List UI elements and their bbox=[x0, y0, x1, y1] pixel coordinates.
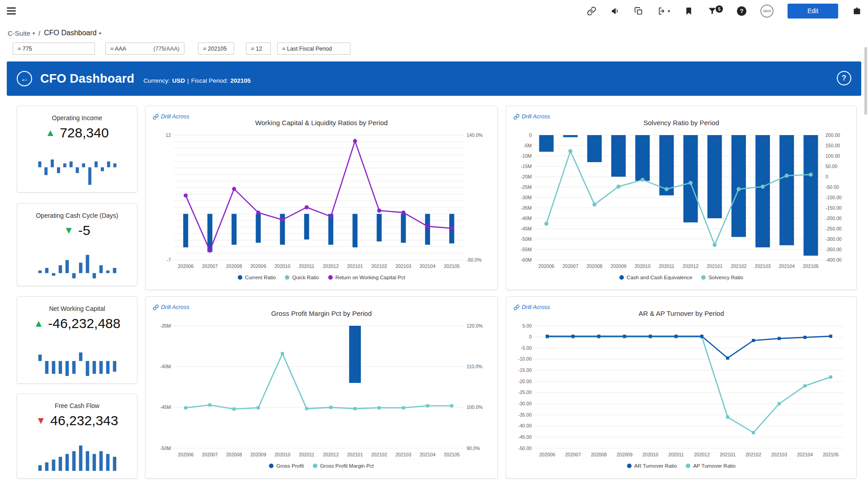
svg-text:-7: -7 bbox=[167, 257, 171, 263]
legend-item[interactable]: AP Turnover Ratio bbox=[686, 463, 736, 469]
svg-text:202006: 202006 bbox=[178, 452, 193, 457]
filters-button[interactable]: 5 bbox=[708, 6, 723, 16]
svg-text:140.0%: 140.0% bbox=[467, 132, 483, 138]
drill-across-link[interactable]: Drill Across bbox=[514, 304, 550, 310]
export-button[interactable]: ▾ bbox=[657, 6, 670, 16]
filter-chip-hint: (775/AAA) bbox=[147, 46, 179, 52]
drill-across-link[interactable]: Drill Across bbox=[153, 113, 189, 120]
svg-text:110.0%: 110.0% bbox=[467, 364, 482, 369]
svg-text:0: 0 bbox=[529, 334, 532, 339]
kpi-title: Free Cash Flow bbox=[55, 402, 99, 409]
svg-text:202009: 202009 bbox=[617, 452, 632, 457]
bookmark-button[interactable] bbox=[684, 6, 693, 16]
banner-help-button[interactable]: ? bbox=[837, 71, 851, 85]
svg-text:202011: 202011 bbox=[668, 452, 684, 457]
filter-chip[interactable]: = 202105 bbox=[198, 42, 234, 55]
legend-item[interactable]: AR Turnover Ratio bbox=[627, 463, 677, 469]
chart-canvas[interactable]: 0-5M-10M-15M-20M-25M-30M-35M-40M-45M-50M… bbox=[512, 131, 852, 272]
panel-header: Drill Across AR & AP Turnover by Period bbox=[512, 301, 851, 321]
legend-item[interactable]: Quick Ratio bbox=[285, 275, 319, 280]
breadcrumb-parent[interactable]: C-Suite ▾ bbox=[8, 29, 35, 37]
legend-item[interactable]: Cash and Cash Equivalence bbox=[619, 275, 692, 280]
svg-text:-10.00: -10.00 bbox=[518, 356, 532, 361]
chart-title: AR & AP Turnover by Period bbox=[512, 301, 851, 317]
kpi-value: ▼ -5 bbox=[64, 223, 90, 238]
chart-canvas[interactable]: -35M-40M-45M-50M120.0%110.0%100.0%90.0%2… bbox=[151, 321, 493, 460]
svg-text:-25M: -25M bbox=[521, 184, 532, 190]
breadcrumb-current-label: CFO Dashboard bbox=[44, 29, 97, 37]
menu-button[interactable] bbox=[5, 5, 19, 17]
question-icon: ? bbox=[842, 74, 846, 82]
refresh-counter-icon: 3509 bbox=[760, 5, 774, 18]
svg-text:-5M: -5M bbox=[524, 143, 532, 148]
chart-panel-ar-ap-turnover: Drill Across AR & AP Turnover by Period … bbox=[506, 296, 857, 479]
filter-chip-label: = 12 bbox=[251, 46, 262, 52]
legend-item[interactable]: Solvency Ratio bbox=[701, 275, 743, 280]
filter-chip[interactable]: = Last Fiscal Period bbox=[277, 42, 350, 55]
svg-text:90.0%: 90.0% bbox=[467, 446, 480, 451]
kpi-card-free-cash-flow: Free Cash Flow ▼ 46,232,343 bbox=[17, 394, 137, 479]
svg-text:202102: 202102 bbox=[731, 263, 746, 269]
filter-chip[interactable]: = 12 bbox=[246, 42, 271, 55]
breadcrumb-current[interactable]: CFO Dashboard ▾ bbox=[44, 29, 101, 37]
panel-header: Drill Across Working Capital & Liquidity… bbox=[151, 111, 492, 131]
svg-text:-200.00: -200.00 bbox=[826, 216, 842, 221]
trend-down-icon: ▼ bbox=[36, 416, 46, 426]
svg-text:202010: 202010 bbox=[635, 263, 651, 269]
chart-canvas[interactable]: 12-7140.0%-50.0%202006202007202008202009… bbox=[151, 131, 493, 272]
help-button[interactable]: ? bbox=[737, 6, 746, 16]
back-button[interactable]: ← bbox=[17, 71, 32, 86]
page-title: CFO Dashboard bbox=[40, 72, 134, 86]
svg-text:-300.00: -300.00 bbox=[826, 236, 842, 242]
copy-report-button[interactable] bbox=[634, 6, 643, 16]
share-link-button[interactable] bbox=[587, 6, 596, 16]
announcements-button[interactable] bbox=[610, 6, 620, 16]
svg-text:-45.00: -45.00 bbox=[518, 434, 532, 440]
export-icon bbox=[657, 6, 667, 16]
drill-across-label: Drill Across bbox=[161, 113, 189, 120]
legend-item[interactable]: Current Ratio bbox=[238, 275, 276, 280]
svg-text:-45M: -45M bbox=[521, 226, 532, 231]
workspace-button[interactable] bbox=[852, 6, 862, 16]
legend-item[interactable]: Gross Profit Margin Pct bbox=[313, 463, 374, 469]
svg-text:202102: 202102 bbox=[371, 452, 387, 457]
scrollbar-thumb[interactable] bbox=[864, 47, 867, 115]
svg-text:202009: 202009 bbox=[250, 263, 266, 269]
svg-text:200.00: 200.00 bbox=[826, 132, 840, 138]
chart-canvas[interactable]: 5.000-5.00-10.00-15.00-20.00-25.00-30.00… bbox=[512, 321, 852, 460]
svg-text:-250.00: -250.00 bbox=[826, 226, 842, 231]
filter-chip[interactable]: = AAA (775/AAA) bbox=[105, 42, 184, 55]
svg-text:-30.00: -30.00 bbox=[518, 401, 532, 406]
legend-dot-icon bbox=[285, 275, 289, 280]
kpi-card-net-working-capital: Net Working Capital ▲ -46,232,488 bbox=[17, 296, 137, 384]
svg-text:202012: 202012 bbox=[683, 263, 698, 269]
svg-text:202008: 202008 bbox=[586, 263, 602, 269]
drill-across-link[interactable]: Drill Across bbox=[153, 304, 189, 310]
chart-title: Gross Profit Margin Pct by Period bbox=[151, 301, 492, 317]
edit-button[interactable]: Edit bbox=[788, 4, 838, 19]
megaphone-icon bbox=[610, 6, 620, 16]
chart-legend: AR Turnover RatioAP Turnover Ratio bbox=[512, 462, 851, 474]
link-icon bbox=[514, 114, 519, 120]
svg-text:-35M: -35M bbox=[160, 323, 171, 328]
legend-item[interactable]: Return on Working Capital Pct bbox=[328, 275, 405, 280]
chart-legend: Cash and Cash EquivalenceSolvency Ratio bbox=[512, 273, 851, 285]
legend-dot-icon bbox=[313, 464, 317, 468]
chevron-down-icon: ▾ bbox=[99, 31, 101, 36]
kpi-value: ▼ 46,232,343 bbox=[36, 413, 118, 428]
trend-up-icon: ▲ bbox=[34, 319, 44, 328]
filter-chip[interactable]: = 775 bbox=[13, 42, 95, 55]
svg-text:202006: 202006 bbox=[539, 452, 555, 457]
cfo-dashboard-app: ▾ 5 ? 3509 Edit bbox=[0, 0, 868, 488]
svg-text:-15M: -15M bbox=[521, 164, 532, 169]
filter-count-badge: 5 bbox=[716, 5, 723, 13]
legend-item[interactable]: Gross Profit bbox=[269, 463, 304, 469]
chart-legend: Current RatioQuick RatioReturn on Workin… bbox=[151, 273, 492, 285]
svg-text:-150.00: -150.00 bbox=[826, 205, 842, 211]
chart-panel-solvency-ratio: Drill Across Solvency Ratio by Period 0-… bbox=[506, 106, 857, 290]
svg-text:202007: 202007 bbox=[202, 263, 218, 269]
kpi-card-operating-income: Operating Income ▲ 728,340 bbox=[17, 106, 137, 192]
svg-text:-50.00: -50.00 bbox=[518, 446, 532, 451]
refresh-schedule-button[interactable]: 3509 bbox=[760, 5, 774, 18]
drill-across-link[interactable]: Drill Across bbox=[514, 113, 550, 120]
